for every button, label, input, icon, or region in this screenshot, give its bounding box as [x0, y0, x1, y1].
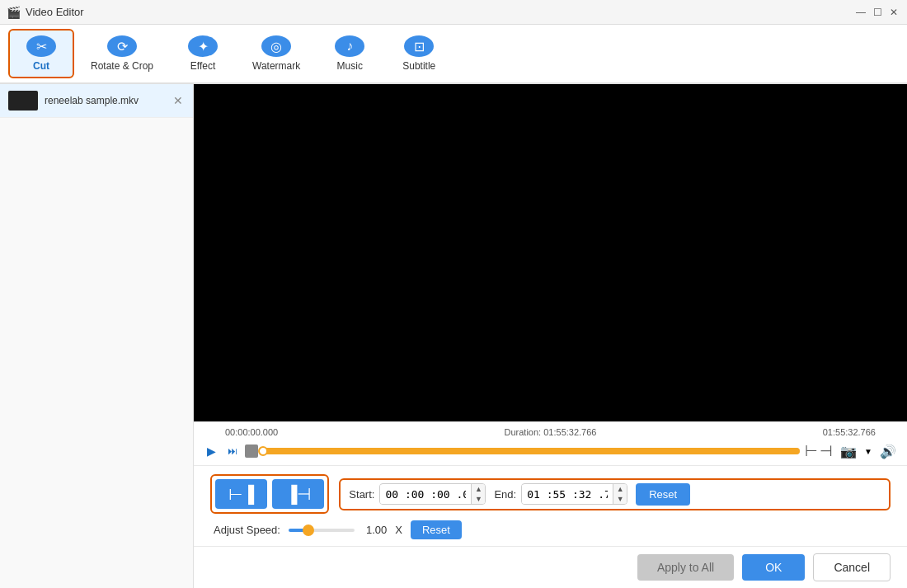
end-time-down[interactable]: ▼	[613, 494, 627, 504]
timeline-track	[263, 448, 800, 454]
end-label: End:	[494, 488, 516, 501]
time-controls-group: Start: ▲ ▼ End:	[339, 478, 891, 510]
timeline-end-time: 01:55:32.766	[823, 427, 876, 437]
time-labels: 00:00:00.000 Duration: 01:55:32.766 01:5…	[202, 427, 899, 437]
file-item[interactable]: reneelab sample.mkv ✕	[0, 84, 193, 118]
music-icon: ♪	[335, 35, 364, 57]
file-close-button[interactable]: ✕	[172, 94, 185, 107]
tab-subtitle[interactable]: ⊡ Subtitle	[386, 29, 452, 78]
speed-reset-button[interactable]: Reset	[411, 520, 462, 539]
timeline-start-time: 00:00:00.000	[225, 427, 278, 437]
tab-watermark-label: Watermark	[252, 60, 300, 72]
file-sidebar: reneelab sample.mkv ✕	[0, 84, 194, 588]
camera-button[interactable]: 📷	[838, 440, 859, 462]
tab-cut[interactable]: ✂ Cut	[8, 29, 74, 78]
end-bracket: ⊢ ⊣	[805, 444, 833, 459]
speed-label: Adjust Speed:	[214, 524, 280, 536]
tab-cut-label: Cut	[33, 60, 49, 72]
timeline-track-row: ▶ ⏭ ⊢ ⊣ 📷 ▼ 🔊	[202, 440, 899, 462]
set-end-icon: ▐⊣	[285, 484, 311, 504]
start-time-input[interactable]	[380, 485, 471, 504]
timeline-thumb[interactable]	[258, 446, 268, 456]
app-icon: 🎬	[7, 6, 21, 19]
cut-buttons-group: ⊢▐ ▐⊣	[210, 474, 329, 514]
title-bar-controls: — ☐ ✕	[854, 6, 900, 19]
start-time-field: Start: ▲ ▼	[349, 483, 486, 505]
camera-dropdown-icon[interactable]: ▼	[864, 447, 872, 456]
set-start-cut-button[interactable]: ⊢▐	[215, 479, 267, 509]
timeline-filled	[263, 448, 800, 454]
toolbar: ✂ Cut ⟳ Rotate & Crop ✦ Effect ◎ Waterma…	[0, 25, 907, 84]
set-start-icon: ⊢▐	[228, 484, 254, 504]
cut-controls-row: ⊢▐ ▐⊣ Start: ▲ ▼	[210, 474, 891, 514]
set-end-cut-button[interactable]: ▐⊣	[272, 479, 324, 509]
end-time-field: End: ▲ ▼	[494, 483, 627, 505]
bracket-left-icon: ⊢	[805, 444, 818, 459]
video-canvas	[194, 84, 907, 421]
rotate-icon: ⟳	[107, 35, 137, 57]
timeline-duration: Duration: 01:55:32.766	[505, 427, 597, 437]
tab-subtitle-label: Subtitle	[402, 60, 435, 72]
tab-music[interactable]: ♪ Music	[317, 29, 383, 78]
controls-area: ⊢▐ ▐⊣ Start: ▲ ▼	[194, 465, 907, 546]
tab-rotate-label: Rotate & Crop	[91, 60, 153, 72]
maximize-button[interactable]: ☐	[871, 6, 884, 19]
apply-to-all-button[interactable]: Apply to All	[637, 554, 734, 581]
effect-icon: ✦	[188, 35, 218, 57]
speed-slider[interactable]	[289, 529, 355, 532]
stop-button[interactable]	[245, 445, 258, 458]
volume-button[interactable]: 🔊	[877, 440, 899, 462]
start-label: Start:	[349, 488, 374, 501]
app-title: Video Editor	[26, 6, 84, 18]
time-reset-button[interactable]: Reset	[636, 483, 690, 506]
subtitle-icon: ⊡	[404, 35, 434, 57]
video-container: 00:00:00.000 Duration: 01:55:32.766 01:5…	[194, 84, 907, 588]
minimize-button[interactable]: —	[854, 6, 867, 19]
close-button[interactable]: ✕	[887, 6, 900, 19]
title-bar: 🎬 Video Editor — ☐ ✕	[0, 0, 907, 25]
bracket-right-icon: ⊣	[820, 444, 833, 459]
end-time-input[interactable]	[522, 485, 613, 504]
tab-effect[interactable]: ✦ Effect	[170, 29, 236, 78]
start-time-spinners: ▲ ▼	[471, 484, 485, 504]
tab-effect-label: Effect	[190, 60, 215, 72]
watermark-icon: ◎	[261, 35, 291, 57]
tab-music-label: Music	[337, 60, 363, 72]
cancel-button[interactable]: Cancel	[813, 553, 891, 581]
speed-unit: X	[395, 524, 402, 536]
file-thumbnail	[8, 91, 38, 111]
start-time-down[interactable]: ▼	[472, 494, 485, 504]
main-area: reneelab sample.mkv ✕ 00:00:00.000 Durat…	[0, 84, 907, 588]
start-time-input-wrapper: ▲ ▼	[379, 483, 486, 505]
file-name: reneelab sample.mkv	[45, 95, 165, 106]
ok-button[interactable]: OK	[742, 554, 805, 581]
end-time-up[interactable]: ▲	[613, 484, 627, 494]
speed-slider-thumb[interactable]	[303, 524, 314, 536]
tab-rotate-crop[interactable]: ⟳ Rotate & Crop	[78, 29, 167, 78]
end-time-spinners: ▲ ▼	[613, 484, 627, 504]
end-time-input-wrapper: ▲ ▼	[521, 483, 627, 505]
start-time-up[interactable]: ▲	[472, 484, 485, 494]
speed-value: 1.00	[366, 524, 387, 536]
timeline-bar[interactable]	[263, 443, 800, 459]
skip-forward-button[interactable]: ⏭	[225, 444, 240, 459]
tab-watermark[interactable]: ◎ Watermark	[239, 29, 313, 78]
speed-row: Adjust Speed: 1.00 X Reset	[210, 520, 891, 539]
timeline-area: 00:00:00.000 Duration: 01:55:32.766 01:5…	[194, 421, 907, 465]
title-bar-left: 🎬 Video Editor	[7, 6, 84, 19]
cut-icon: ✂	[26, 35, 56, 57]
bottom-action-bar: Apply to All OK Cancel	[194, 546, 907, 588]
play-button[interactable]: ▶	[202, 442, 220, 460]
